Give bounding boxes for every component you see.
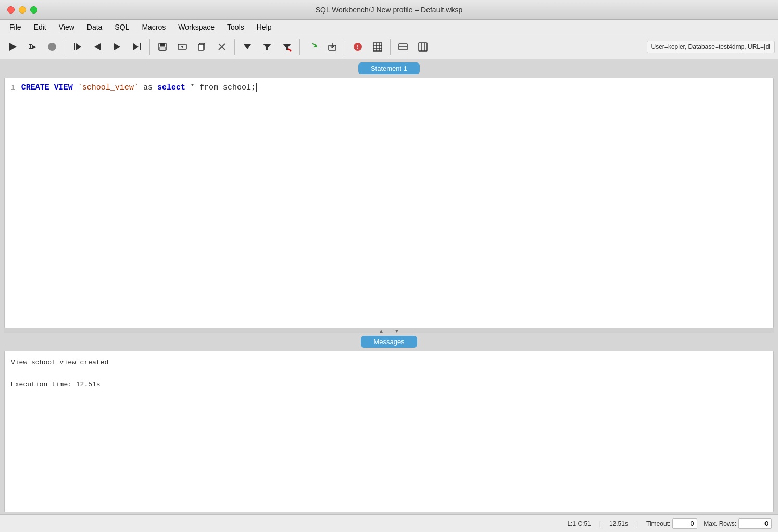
max-rows-label: Max. Rows: [704,520,736,527]
menu-edit[interactable]: Edit [29,22,52,32]
messages-header: Messages [0,333,778,351]
run-current-button[interactable]: I▶ [23,37,42,56]
save-button[interactable] [153,37,172,56]
cursor-position: L:1 C:51 [567,520,591,527]
run-current-icon: I▶ [28,43,36,50]
main-area: Statement 1 1CREATE VIEW `school_view` a… [0,59,778,514]
messages-panel: Messages View school_view created Execut… [0,333,778,514]
cursor-position-value: L:1 C:51 [567,520,591,527]
status-sep-2: | [636,520,638,527]
timeout-field: Timeout: [646,518,697,529]
status-bar: L:1 C:51 | 12.51s | Timeout: Max. Rows: [0,514,778,532]
grid-button[interactable] [368,37,387,56]
maximize-button[interactable] [30,6,37,14]
timeout-input[interactable] [672,518,697,529]
message-line-1: View school_view created [11,358,767,369]
filter-remove-button[interactable] [278,37,296,56]
toolbar-sep-3 [234,39,235,55]
close-button[interactable] [7,6,15,14]
svg-marker-18 [244,44,251,49]
svg-rect-9 [160,43,165,46]
svg-marker-19 [263,44,271,50]
sql-from: from [199,83,218,92]
sql-table: school; [223,83,256,92]
menu-data[interactable]: Data [82,22,108,32]
editor-content[interactable]: 1CREATE VIEW `school_view` as select * f… [5,78,773,328]
svg-rect-10 [160,47,165,50]
commit-button[interactable] [238,37,257,56]
prev-button[interactable] [88,37,107,56]
delete-row-button[interactable] [212,37,231,56]
message-line-3: Execution time: 12.51s [11,379,767,390]
filter-button[interactable] [258,37,277,56]
sql-create: CREATE VIEW [21,83,73,92]
max-rows-field: Max. Rows: [704,518,772,529]
splitter[interactable]: ▲ ▼ [4,328,774,333]
table-view-button[interactable] [394,37,412,56]
svg-rect-6 [140,43,141,50]
title-bar: SQL Workbench/J New profile – Default.wk… [0,0,778,20]
window-controls[interactable] [7,6,37,14]
svg-line-21 [288,49,291,51]
insert-row-button[interactable] [173,37,192,56]
svg-marker-3 [76,43,81,50]
menu-view[interactable]: View [54,22,80,32]
svg-marker-5 [114,43,120,50]
message-line-2 [11,369,767,379]
copy-row-button[interactable] [193,37,211,56]
svg-marker-4 [94,43,101,50]
column-chooser-button[interactable] [413,37,432,56]
menu-workspace[interactable]: Workspace [173,22,220,32]
first-button[interactable] [68,37,87,56]
cursor [256,83,261,92]
svg-marker-0 [9,43,17,51]
svg-rect-33 [419,43,427,51]
svg-rect-2 [74,43,75,50]
sql-view-name: `school_view` [78,83,139,92]
menu-file[interactable]: File [4,22,27,32]
execution-time: 12.51s [609,520,628,527]
sql-as: as [143,83,153,92]
svg-text:!: ! [357,44,358,50]
menu-bar: File Edit View Data SQL Macros Workspace… [0,20,778,34]
export-button[interactable] [323,37,342,56]
toolbar-sep-1 [65,39,65,55]
svg-marker-7 [133,43,139,50]
sql-select: select [157,83,185,92]
connection-status: User=kepler, Database=test4dmp, URL=jdl [647,41,775,53]
messages-tab[interactable]: Messages [361,336,417,348]
svg-rect-26 [373,43,382,51]
editor-panel: 1CREATE VIEW `school_view` as select * f… [4,78,774,328]
sql-star: * [190,83,195,92]
toolbar-sep-4 [299,39,300,55]
run-button[interactable] [3,37,22,56]
svg-marker-22 [315,45,317,47]
svg-rect-31 [399,44,407,50]
menu-tools[interactable]: Tools [222,22,249,32]
toolbar-sep-2 [149,39,150,55]
window-title: SQL Workbench/J New profile – Default.wk… [316,6,462,14]
minimize-button[interactable] [19,6,26,14]
menu-macros[interactable]: Macros [136,22,171,32]
messages-content: View school_view created Execution time:… [4,351,774,512]
menu-help[interactable]: Help [252,22,277,32]
status-sep-1: | [599,520,601,527]
max-rows-input[interactable] [738,518,772,529]
toolbar: I▶ [0,34,778,59]
svg-point-1 [48,43,56,51]
refresh-button[interactable] [303,37,322,56]
next-button[interactable] [108,37,127,56]
stop-button[interactable] [43,37,61,56]
toolbar-sep-5 [345,39,345,55]
svg-rect-15 [198,44,204,50]
menu-sql[interactable]: SQL [109,22,134,32]
timeout-label: Timeout: [646,520,670,527]
last-button[interactable] [128,37,146,56]
statement-tab[interactable]: Statement 1 [358,62,420,74]
toolbar-sep-6 [390,39,391,55]
notification-button[interactable]: ! [348,37,367,56]
statement-header: Statement 1 [0,59,778,78]
execution-time-value: 12.51s [609,520,628,527]
line-number: 1 [11,84,15,92]
